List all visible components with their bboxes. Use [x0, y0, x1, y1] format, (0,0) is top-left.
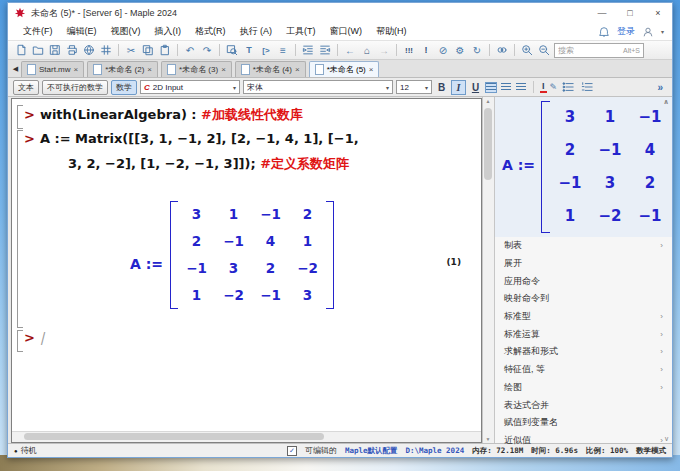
- nonexecutable-math-button[interactable]: 不可执行的数学: [42, 80, 108, 95]
- context-menu-item-plots[interactable]: 绘图›: [495, 379, 672, 397]
- search-input[interactable]: [555, 46, 613, 55]
- new-document-icon[interactable]: [13, 43, 29, 58]
- pen-annotate-icon[interactable]: ✎: [550, 82, 558, 92]
- context-panel-preview[interactable]: A := 3 1 −1 2 −1 4 −1 3 2: [495, 97, 672, 237]
- outdent-icon[interactable]: [317, 43, 333, 58]
- execute-all-icon[interactable]: !!!: [401, 43, 417, 58]
- vertical-scrollbar-thumb[interactable]: [484, 108, 492, 180]
- input-line-3[interactable]: >|: [24, 330, 44, 345]
- tab-untitled-4[interactable]: *未命名 (4) ×: [235, 61, 306, 77]
- context-menu-item-map-command[interactable]: 映射命令到: [495, 290, 672, 308]
- undo-icon[interactable]: ↶: [182, 43, 198, 58]
- grid-icon[interactable]: [98, 43, 114, 58]
- hyperlink-icon[interactable]: [494, 43, 510, 58]
- menu-view[interactable]: 视图(V): [104, 25, 148, 38]
- input-style-dropdown[interactable]: C 2D Input ▾: [140, 80, 240, 94]
- vertical-scrollbar[interactable]: ▲ ▼: [482, 97, 494, 443]
- export-web-icon[interactable]: [81, 43, 97, 58]
- zoom-out-icon[interactable]: [536, 43, 552, 58]
- context-menu-item-tabulate[interactable]: 制表›: [495, 237, 672, 255]
- insert-text-icon[interactable]: T: [241, 43, 257, 58]
- input-line-2[interactable]: >A := Matrix([[3, 1, −1, 2], [2, −1, 4, …: [24, 131, 359, 146]
- context-menu-item-apply-command[interactable]: 应用命令: [495, 272, 672, 290]
- menu-help[interactable]: 帮助(H): [369, 25, 414, 38]
- tab-untitled-3[interactable]: *未命名 (3) ×: [161, 61, 232, 77]
- save-icon[interactable]: [47, 43, 63, 58]
- open-file-icon[interactable]: [30, 43, 46, 58]
- context-menu-item-combine-expression[interactable]: 表达式合并: [495, 396, 672, 414]
- scroll-down-icon[interactable]: ▼: [483, 436, 493, 442]
- panel-scroll-down-icon[interactable]: ∨: [664, 435, 669, 443]
- numbered-list-icon[interactable]: [579, 80, 595, 95]
- interrupt-icon[interactable]: ⊘: [435, 43, 451, 58]
- input-line-2-wrap[interactable]: 3, 2, −2], [1, −2, −1, 3]]); #定义系数矩阵: [68, 155, 349, 173]
- text-mode-button[interactable]: 文本: [13, 80, 39, 95]
- align-right-icon[interactable]: [516, 83, 526, 92]
- insert-section-icon[interactable]: ≡: [275, 43, 291, 58]
- tab-close-icon[interactable]: ×: [147, 65, 152, 74]
- align-center-icon[interactable]: [501, 83, 511, 92]
- context-menu-item-assign-to-name[interactable]: 赋值到变量名: [495, 414, 672, 432]
- cut-icon[interactable]: ✂: [123, 43, 139, 58]
- menu-edit[interactable]: 编辑(E): [60, 25, 104, 38]
- paste-icon[interactable]: [157, 43, 173, 58]
- menu-file[interactable]: 文件(F): [16, 25, 60, 38]
- context-menu-item-eigenvalues[interactable]: 特征值, 等›: [495, 361, 672, 379]
- context-menu-item-expand[interactable]: 展开: [495, 255, 672, 273]
- tab-untitled-2[interactable]: *未命名 (2) ×: [87, 61, 158, 77]
- menu-window[interactable]: 窗口(W): [323, 25, 370, 38]
- account-caret-icon[interactable]: ▾: [661, 28, 664, 35]
- execute-icon[interactable]: !: [418, 43, 434, 58]
- tab-close-icon[interactable]: ×: [74, 65, 79, 74]
- underline-button[interactable]: U: [469, 81, 482, 94]
- menu-format[interactable]: 格式(R): [188, 25, 233, 38]
- insert-maple-prompt-icon[interactable]: [>: [258, 43, 274, 58]
- tab-start-mw[interactable]: Start.mw ×: [21, 61, 84, 77]
- account-person-icon[interactable]: [642, 26, 654, 38]
- debug-icon[interactable]: ⚙: [452, 43, 468, 58]
- login-button[interactable]: 登录: [617, 25, 635, 38]
- tab-untitled-5[interactable]: *未命名 (5) ×: [309, 61, 380, 77]
- font-color-icon[interactable]: I: [540, 82, 547, 93]
- horizontal-scrollbar-thumb[interactable]: [24, 433, 324, 440]
- preview-scroll-up-icon[interactable]: ∧: [663, 98, 669, 106]
- tab-scroll-left-icon[interactable]: ◀: [10, 61, 21, 77]
- bullet-list-icon[interactable]: [560, 80, 576, 95]
- forward-icon[interactable]: →: [376, 43, 392, 58]
- bold-button[interactable]: B: [435, 81, 448, 94]
- profile-link[interactable]: Maple默认配置: [345, 446, 398, 456]
- editable-checkbox[interactable]: ✓: [287, 446, 297, 456]
- close-button[interactable]: ×: [644, 3, 672, 23]
- restart-kernel-icon[interactable]: ↻: [469, 43, 485, 58]
- tab-close-icon[interactable]: ×: [295, 65, 300, 74]
- copy-icon[interactable]: [140, 43, 156, 58]
- font-family-dropdown[interactable]: 宋体 ▾: [243, 80, 393, 94]
- input-line-1[interactable]: >with(LinearAlgebra) : #加载线性代数库: [24, 106, 303, 124]
- italic-button[interactable]: I: [451, 80, 466, 95]
- context-menu-item-approximate[interactable]: 近似值›: [495, 432, 672, 450]
- zoom-in-icon[interactable]: [519, 43, 535, 58]
- minimize-button[interactable]: —: [588, 3, 616, 23]
- context-menu-item-standard-operations[interactable]: 标准运算›: [495, 325, 672, 343]
- home-icon[interactable]: ⌂: [359, 43, 375, 58]
- worksheet[interactable]: >with(LinearAlgebra) : #加载线性代数库 >A := Ma…: [11, 98, 482, 443]
- align-left-icon[interactable]: [486, 83, 496, 92]
- tab-close-icon[interactable]: ×: [369, 65, 374, 74]
- more-tools-icon[interactable]: »: [657, 82, 667, 93]
- context-menu-item-normal-forms[interactable]: 标准型›: [495, 308, 672, 326]
- scroll-up-icon[interactable]: ▲: [483, 98, 493, 104]
- install-path-link[interactable]: D:\Maple 2024: [405, 446, 464, 455]
- font-size-dropdown[interactable]: 12 ▾: [396, 80, 432, 94]
- context-menu-item-solvers-forms[interactable]: 求解器和形式›: [495, 343, 672, 361]
- notification-bell-icon[interactable]: [598, 26, 610, 38]
- redo-icon[interactable]: ↷: [199, 43, 215, 58]
- tab-close-icon[interactable]: ×: [221, 65, 226, 74]
- menu-insert[interactable]: 插入(I): [148, 25, 189, 38]
- print-icon[interactable]: [64, 43, 80, 58]
- math-mode-button[interactable]: 数学: [111, 80, 137, 95]
- menu-tools[interactable]: 工具(T): [279, 25, 323, 38]
- horizontal-scrollbar[interactable]: [12, 431, 481, 442]
- maximize-button[interactable]: □: [616, 3, 644, 23]
- search-replace-icon[interactable]: [224, 43, 240, 58]
- back-icon[interactable]: ←: [342, 43, 358, 58]
